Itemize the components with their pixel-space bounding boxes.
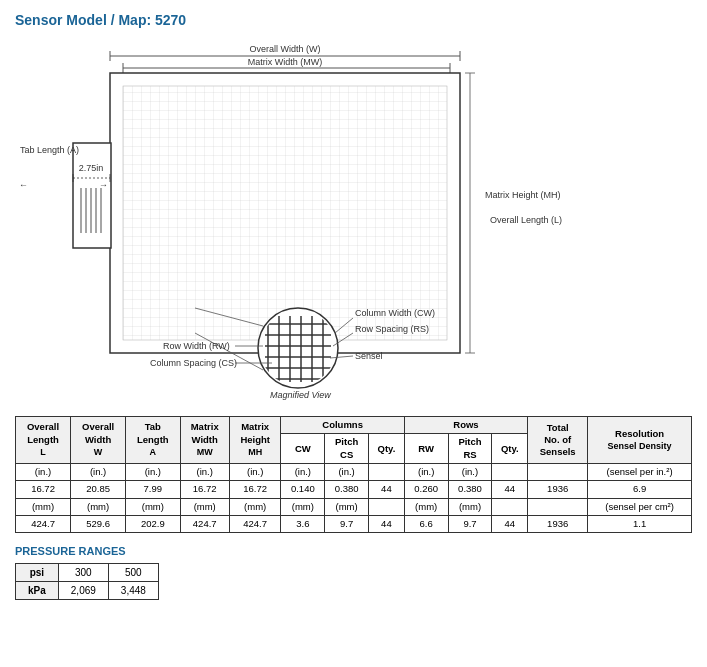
val-density-in: 6.9 bbox=[588, 481, 692, 498]
pressure-table: psi 300 500 kPa 2,069 3,448 bbox=[15, 563, 159, 600]
val-mh-mm: 424.7 bbox=[229, 516, 281, 533]
val-cols-qty: 44 bbox=[369, 481, 405, 498]
unit-mm-length: (mm) bbox=[16, 498, 71, 515]
val-length-in: 16.72 bbox=[16, 481, 71, 498]
col-cols-qty: Qty. bbox=[369, 434, 405, 464]
val-mh-in: 16.72 bbox=[229, 481, 281, 498]
pressure-row-kpa: kPa 2,069 3,448 bbox=[16, 582, 159, 600]
unit-in-cw: (in.) bbox=[281, 464, 325, 481]
spec-table: OverallLengthL OverallWidthW TabLengthA … bbox=[15, 416, 692, 533]
unit-in-width: (in.) bbox=[71, 464, 126, 481]
svg-text:Sensel: Sensel bbox=[355, 351, 383, 361]
col-rows-qty: Qty. bbox=[492, 434, 528, 464]
col-tab-length: TabLengthA bbox=[126, 417, 180, 464]
pressure-title: PRESSURE RANGES bbox=[15, 545, 692, 557]
unit-blank1 bbox=[369, 464, 405, 481]
svg-text:Matrix Height (MH): Matrix Height (MH) bbox=[485, 190, 561, 200]
val-rows-qty: 44 bbox=[492, 481, 528, 498]
val-rw-mm: 6.6 bbox=[404, 516, 448, 533]
table-row: (in.) (in.) (in.) (in.) (in.) (in.) (in.… bbox=[16, 464, 692, 481]
col-rw: RW bbox=[404, 434, 448, 464]
unit-mm-cw: (mm) bbox=[281, 498, 325, 515]
val-width-in: 20.85 bbox=[71, 481, 126, 498]
col-columns-header: Columns bbox=[281, 417, 404, 434]
unit-in-rw: (in.) bbox=[404, 464, 448, 481]
val-total-sensels-mm: 1936 bbox=[528, 516, 588, 533]
val-density-cm: 1.1 bbox=[588, 516, 692, 533]
svg-rect-11 bbox=[73, 143, 111, 248]
unit-sensel-cm: (sensel per cm²) bbox=[588, 498, 692, 515]
svg-text:Overall Width (W): Overall Width (W) bbox=[249, 44, 320, 54]
pressure-label-psi: psi bbox=[16, 564, 59, 582]
unit-blank5 bbox=[492, 498, 528, 515]
pressure-val-psi-2: 500 bbox=[108, 564, 158, 582]
unit-in-tab: (in.) bbox=[126, 464, 180, 481]
pressure-val-psi-1: 300 bbox=[58, 564, 108, 582]
svg-text:→: → bbox=[99, 180, 108, 190]
unit-in-cs: (in.) bbox=[325, 464, 369, 481]
svg-text:Magnified View: Magnified View bbox=[270, 390, 331, 400]
unit-blank3 bbox=[528, 464, 588, 481]
pressure-row-psi: psi 300 500 bbox=[16, 564, 159, 582]
svg-text:Column Spacing (CS): Column Spacing (CS) bbox=[150, 358, 237, 368]
svg-text:2.75in: 2.75in bbox=[79, 163, 104, 173]
pressure-label-kpa: kPa bbox=[16, 582, 59, 600]
svg-rect-35 bbox=[265, 316, 331, 382]
col-resolution: ResolutionSensel Density bbox=[588, 417, 692, 464]
col-cw: CW bbox=[281, 434, 325, 464]
table-row: (mm) (mm) (mm) (mm) (mm) (mm) (mm) (mm) … bbox=[16, 498, 692, 515]
unit-mm-cs: (mm) bbox=[325, 498, 369, 515]
unit-mm-rs: (mm) bbox=[448, 498, 492, 515]
unit-blank6 bbox=[528, 498, 588, 515]
val-total-sensels: 1936 bbox=[528, 481, 588, 498]
svg-text:←: ← bbox=[19, 180, 28, 190]
unit-in-mw: (in.) bbox=[180, 464, 229, 481]
unit-mm-width: (mm) bbox=[71, 498, 126, 515]
col-pitch-rs: PitchRS bbox=[448, 434, 492, 464]
col-matrix-width: MatrixWidthMW bbox=[180, 417, 229, 464]
val-cs-mm: 9.7 bbox=[325, 516, 369, 533]
val-width-mm: 529.6 bbox=[71, 516, 126, 533]
svg-text:Tab Length (A): Tab Length (A) bbox=[20, 145, 79, 155]
unit-mm-mw: (mm) bbox=[180, 498, 229, 515]
page-title: Sensor Model / Map: 5270 bbox=[15, 12, 692, 28]
val-rs-mm: 9.7 bbox=[448, 516, 492, 533]
col-overall-length: OverallLengthL bbox=[16, 417, 71, 464]
unit-in-mh: (in.) bbox=[229, 464, 281, 481]
svg-rect-10 bbox=[123, 86, 447, 340]
table-row: 424.7 529.6 202.9 424.7 424.7 3.6 9.7 44… bbox=[16, 516, 692, 533]
diagram-area: Overall Width (W) Matrix Width (MW) 2.75… bbox=[15, 38, 695, 408]
unit-in-rs: (in.) bbox=[448, 464, 492, 481]
col-total-sensels: TotalNo. ofSensels bbox=[528, 417, 588, 464]
unit-blank4 bbox=[369, 498, 405, 515]
val-rs-in: 0.380 bbox=[448, 481, 492, 498]
col-overall-width: OverallWidthW bbox=[71, 417, 126, 464]
val-cw-in: 0.140 bbox=[281, 481, 325, 498]
svg-text:Row Spacing (RS): Row Spacing (RS) bbox=[355, 324, 429, 334]
svg-text:Column Width (CW): Column Width (CW) bbox=[355, 308, 435, 318]
col-rows-header: Rows bbox=[404, 417, 527, 434]
val-cw-mm: 3.6 bbox=[281, 516, 325, 533]
val-mw-in: 16.72 bbox=[180, 481, 229, 498]
unit-mm-rw: (mm) bbox=[404, 498, 448, 515]
val-mw-mm: 424.7 bbox=[180, 516, 229, 533]
pressure-section: PRESSURE RANGES psi 300 500 kPa 2,069 3,… bbox=[15, 545, 692, 600]
val-rw-in: 0.260 bbox=[404, 481, 448, 498]
val-tab-in: 7.99 bbox=[126, 481, 180, 498]
unit-mm-mh: (mm) bbox=[229, 498, 281, 515]
val-tab-mm: 202.9 bbox=[126, 516, 180, 533]
unit-mm-tab: (mm) bbox=[126, 498, 180, 515]
unit-in-length: (in.) bbox=[16, 464, 71, 481]
pressure-val-kpa-1: 2,069 bbox=[58, 582, 108, 600]
svg-text:Overall Length (L): Overall Length (L) bbox=[490, 215, 562, 225]
sensor-diagram: Overall Width (W) Matrix Width (MW) 2.75… bbox=[15, 38, 695, 408]
svg-text:Row Width (RW): Row Width (RW) bbox=[163, 341, 230, 351]
val-rows-qty-mm: 44 bbox=[492, 516, 528, 533]
col-pitch-cs: PitchCS bbox=[325, 434, 369, 464]
val-cols-qty-mm: 44 bbox=[369, 516, 405, 533]
col-matrix-height: MatrixHeightMH bbox=[229, 417, 281, 464]
val-cs-in: 0.380 bbox=[325, 481, 369, 498]
pressure-val-kpa-2: 3,448 bbox=[108, 582, 158, 600]
unit-blank2 bbox=[492, 464, 528, 481]
unit-sensel-in: (sensel per in.²) bbox=[588, 464, 692, 481]
